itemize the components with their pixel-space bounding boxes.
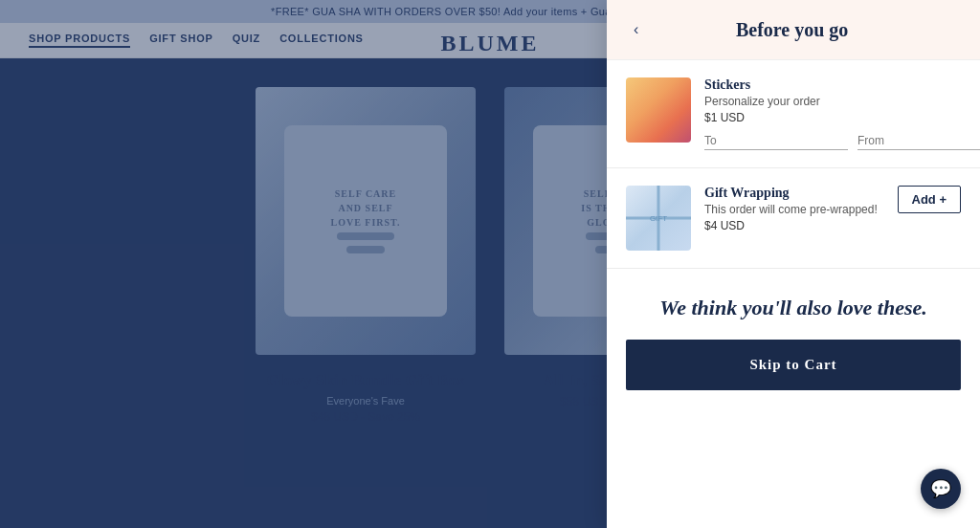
- modal-header: ‹ Before you go: [607, 0, 980, 60]
- gift-wrapping-info: Gift Wrapping This order will come pre-w…: [704, 186, 884, 232]
- upsell-stickers: Stickers Personalize your order $1 USD A…: [607, 60, 980, 168]
- gift-wrapping-price: $4 USD: [704, 219, 884, 232]
- stickers-price: $1 USD: [704, 111, 980, 124]
- chat-icon: 💬: [930, 478, 951, 499]
- gift-thumb-image: GIFT: [626, 186, 691, 251]
- modal-back-button[interactable]: ‹: [630, 17, 642, 42]
- gift-thumb-label: GIFT: [650, 214, 667, 223]
- upsell-gift-wrapping: GIFT Gift Wrapping This order will come …: [607, 168, 980, 269]
- stickers-thumbnail: [626, 77, 691, 143]
- gift-wrapping-add-button[interactable]: Add +: [898, 186, 961, 213]
- chat-bubble-button[interactable]: 💬: [921, 469, 961, 509]
- modal-title: Before you go: [654, 19, 930, 41]
- stickers-name: Stickers: [704, 77, 980, 93]
- stickers-thumb-image: [626, 77, 691, 143]
- modal-body: Stickers Personalize your order $1 USD A…: [607, 60, 980, 528]
- gift-wrapping-name: Gift Wrapping: [704, 186, 884, 201]
- stickers-info: Stickers Personalize your order $1 USD: [704, 77, 980, 150]
- gift-wrapping-desc: This order will come pre-wrapped!: [704, 203, 884, 216]
- gift-wrapping-thumbnail: GIFT: [626, 186, 691, 251]
- before-you-go-modal: ‹ Before you go Stickers Personalize you…: [607, 0, 980, 528]
- stickers-to-input[interactable]: [704, 132, 848, 150]
- skip-to-cart-button[interactable]: Skip to Cart: [626, 340, 961, 390]
- stickers-from-input[interactable]: [858, 132, 980, 150]
- love-section: We think you'll also love these.: [607, 269, 980, 340]
- back-chevron-icon: ‹: [634, 21, 638, 38]
- stickers-desc: Personalize your order: [704, 95, 980, 108]
- stickers-inputs: [704, 132, 980, 150]
- love-title: We think you'll also love these.: [630, 296, 957, 320]
